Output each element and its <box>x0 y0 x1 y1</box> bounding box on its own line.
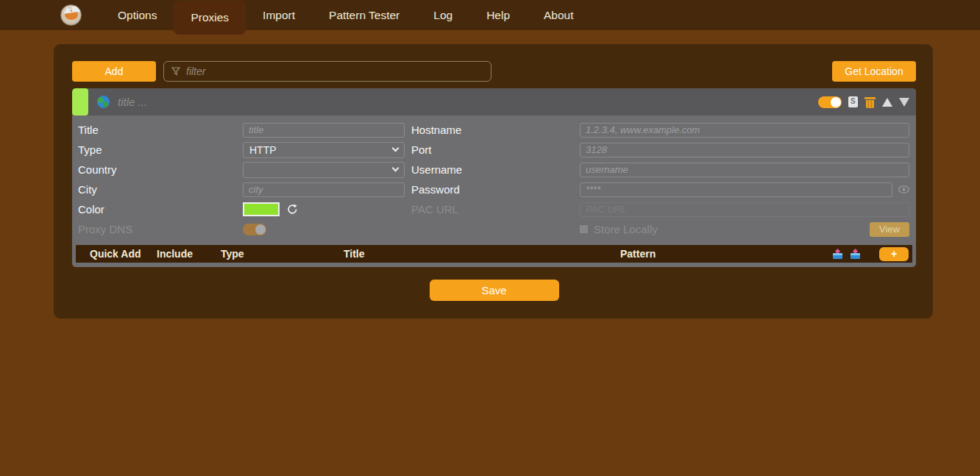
nav-item-help[interactable]: Help <box>469 0 527 30</box>
filter-input[interactable] <box>186 65 483 77</box>
pac-url-field[interactable] <box>580 202 909 217</box>
funnel-icon <box>171 67 180 76</box>
filter-input-wrap <box>163 61 491 82</box>
enable-toggle[interactable] <box>818 96 842 108</box>
chevron-down-icon <box>392 165 400 172</box>
proxy-card-header: title ... <box>72 88 916 116</box>
quick-add-header: Quick Add <box>90 248 157 260</box>
toolbar: Add Get Location <box>72 61 916 82</box>
proxy-header-actions <box>818 96 909 108</box>
nav-item-about[interactable]: About <box>527 0 591 30</box>
proxy-dns-toggle[interactable] <box>243 224 266 235</box>
quick-add-actions: + <box>833 247 909 261</box>
save-row: Save <box>72 280 916 301</box>
chevron-down-icon <box>392 145 400 152</box>
title-label: Title <box>78 120 243 140</box>
globe-icon <box>97 96 110 108</box>
color-label: Color <box>78 199 243 219</box>
type-select[interactable]: HTTP <box>243 142 405 158</box>
title-header: Title <box>344 248 620 260</box>
type-select-value: HTTP <box>249 144 393 156</box>
store-locally-checkbox[interactable] <box>580 225 588 233</box>
proxies-panel: Add Get Location title ... <box>54 44 933 319</box>
trash-icon[interactable] <box>864 96 876 108</box>
nav-item-options[interactable]: Options <box>101 0 174 30</box>
country-label: Country <box>78 160 243 180</box>
save-button[interactable]: Save <box>430 280 559 301</box>
get-location-button[interactable]: Get Location <box>832 61 916 82</box>
username-label: Username <box>411 160 580 180</box>
include-header: Include <box>157 248 221 260</box>
foxyproxy-logo-icon <box>60 4 82 26</box>
pattern-header: Pattern <box>620 248 833 260</box>
triangle-up-icon[interactable] <box>882 98 892 107</box>
eye-icon[interactable] <box>898 185 909 193</box>
store-locally-label: Store Locally <box>594 223 658 235</box>
proxy-dns-label: Proxy DNS <box>78 219 243 239</box>
triangle-down-icon[interactable] <box>899 98 909 107</box>
view-button[interactable]: View <box>870 222 909 237</box>
color-swatch[interactable] <box>243 202 280 216</box>
pac-url-label: PAC URL <box>411 199 580 219</box>
type-label: Type <box>78 140 243 160</box>
duplicate-icon[interactable] <box>848 96 858 107</box>
type-header: Type <box>221 248 344 260</box>
proxy-card: title ... Title Hostname Type HTTP <box>72 88 916 267</box>
hostname-field[interactable] <box>580 123 909 138</box>
profile-color-strip <box>72 88 88 116</box>
nav-item-log[interactable]: Log <box>416 0 469 30</box>
country-select[interactable] <box>243 162 405 178</box>
proxy-title-display: title ... <box>118 96 147 108</box>
proxy-form: Title Hostname Type HTTP Port Country <box>72 116 916 244</box>
hostname-label: Hostname <box>411 120 580 140</box>
password-field[interactable] <box>580 182 892 197</box>
open-box-icon[interactable] <box>851 249 860 259</box>
nav-item-proxies[interactable]: Proxies <box>174 1 246 35</box>
add-pattern-button[interactable]: + <box>879 247 909 261</box>
top-nav: Options Proxies Import Pattern Tester Lo… <box>0 0 980 30</box>
quick-add-bar: Quick Add Include Type Title Pattern + <box>76 245 912 263</box>
title-field[interactable] <box>243 123 405 138</box>
port-field[interactable] <box>580 143 909 157</box>
refresh-icon[interactable] <box>286 203 299 216</box>
city-label: City <box>78 180 243 199</box>
port-label: Port <box>411 140 580 160</box>
username-field[interactable] <box>580 163 909 177</box>
password-label: Password <box>411 180 580 199</box>
nav-item-pattern-tester[interactable]: Pattern Tester <box>312 0 416 30</box>
add-button[interactable]: Add <box>72 61 156 82</box>
nav-items: Options Proxies Import Pattern Tester Lo… <box>101 0 591 30</box>
open-box-icon[interactable] <box>833 249 842 259</box>
nav-item-import[interactable]: Import <box>246 0 312 30</box>
city-field[interactable] <box>243 182 405 197</box>
